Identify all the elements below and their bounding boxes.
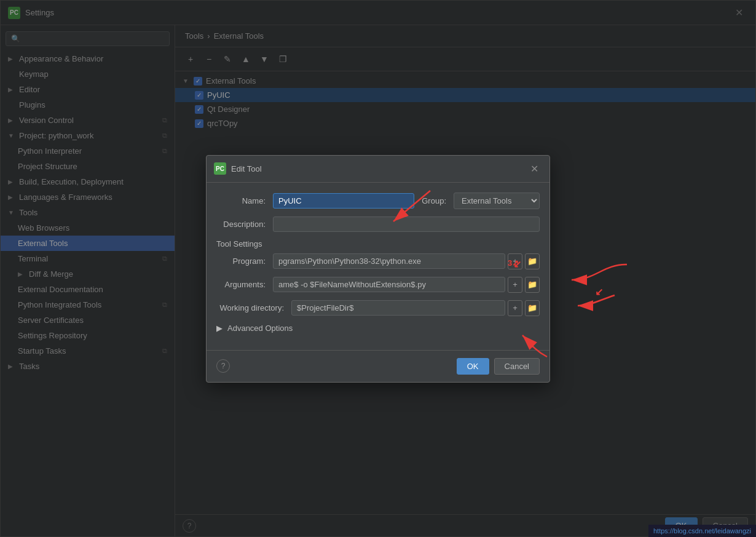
group-select[interactable]: External Tools [454,193,540,209]
modal-overlay: PC Edit Tool ✕ Name: Group: External Too… [0,0,756,537]
advanced-options-expand-icon: ▶ [216,324,222,333]
name-input[interactable] [273,193,414,209]
modal-cancel-button[interactable]: Cancel [494,358,540,375]
modal-body: Name: Group: External Tools Description: [207,183,549,350]
working-directory-label: Working directory: [216,303,284,312]
edit-tool-modal: PC Edit Tool ✕ Name: Group: External Too… [206,155,550,383]
modal-help-button[interactable]: ? [216,359,230,373]
arguments-label: Arguments: [216,280,266,289]
modal-title: Edit Tool [231,164,522,173]
working-dir-add-button[interactable]: + [508,300,522,316]
modal-ok-button[interactable]: OK [457,358,489,375]
working-directory-input-group: + 📁 [291,300,540,316]
program-browse-button[interactable]: 📁 [525,253,540,269]
watermark: https://blog.csdn.net/leidawangzi [648,525,756,537]
arguments-browse-button[interactable]: 📁 [525,277,540,293]
program-add-button[interactable]: + [508,253,522,269]
modal-icon: PC [214,162,226,175]
name-label: Name: [216,196,266,205]
advanced-options-label: Advanced Options [227,324,293,333]
program-label: Program: [216,257,266,266]
modal-title-bar: PC Edit Tool ✕ [207,156,549,183]
advanced-options-row[interactable]: ▶ Advanced Options [216,324,540,333]
description-input[interactable] [273,217,540,232]
program-input-group: + 📁 [273,253,540,269]
modal-footer-buttons: OK Cancel [457,358,540,375]
arguments-input[interactable] [273,277,505,292]
name-group-row: Name: Group: External Tools [216,193,540,209]
working-directory-input[interactable] [291,300,505,316]
program-input[interactable] [273,253,505,269]
modal-footer: ? OK Cancel [207,350,549,382]
arguments-add-button[interactable]: + [508,277,522,293]
description-row: Description: [216,217,540,232]
tool-settings-label: Tool Settings [216,239,262,249]
group-label: Group: [422,196,446,205]
main-window: PC Settings ✕ ▶ Appearance & Behavior Ke… [0,0,756,537]
tool-settings-section: Tool Settings [216,239,540,249]
program-row: Program: + 📁 [216,253,540,269]
arguments-input-group: + 📁 [273,277,540,293]
arguments-row: Arguments: + 📁 [216,277,540,293]
description-label: Description: [216,220,266,229]
modal-close-button[interactable]: ✕ [527,162,542,176]
working-dir-browse-button[interactable]: 📁 [525,300,540,316]
working-directory-row: Working directory: + 📁 [216,300,540,316]
